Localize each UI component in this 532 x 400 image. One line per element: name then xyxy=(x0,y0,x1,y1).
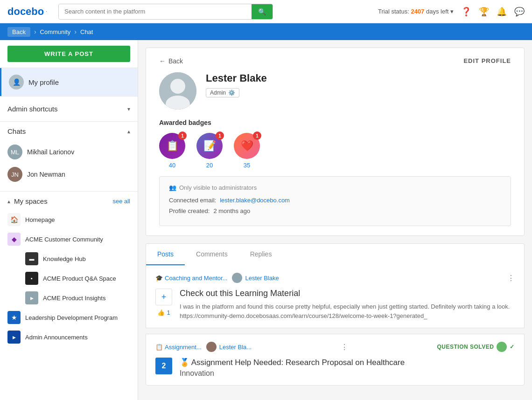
trial-days: 2407 xyxy=(411,8,424,15)
chevron-up-icon[interactable]: ▴ xyxy=(127,128,130,135)
content-area: ← Back EDIT PROFILE Lester Blake Admi xyxy=(138,40,532,400)
badge-notif-1: 1 xyxy=(216,131,224,140)
trophy-icon[interactable]: 🏆 xyxy=(479,7,489,17)
tab-posts[interactable]: Posts xyxy=(146,244,185,265)
breadcrumb-back-button[interactable]: Back xyxy=(7,27,30,37)
post-category-2[interactable]: 📋 Assignment... xyxy=(155,344,202,351)
profile-created-val: 2 months ago xyxy=(213,207,250,214)
space-item-homepage[interactable]: 🏠 Homepage xyxy=(7,210,130,229)
space-item-acme-insights[interactable]: ▸ ACME Product Insights xyxy=(7,288,130,308)
spaces-chevron-up-icon[interactable]: ▴ xyxy=(7,198,10,205)
badge-icon-wrap-2: ❤️ 1 xyxy=(234,133,260,159)
post-subtitle-2: Innovation xyxy=(180,369,405,378)
admin-shortcuts-item[interactable]: Admin shortcuts ▾ xyxy=(0,97,138,121)
my-spaces-section: ▴ My spaces see all 🏠 Homepage ◆ ACME Cu… xyxy=(0,192,138,352)
admin-only-icon: 👥 xyxy=(169,184,176,191)
check-icon: ✓ xyxy=(510,344,515,350)
space-icon-knowledge-hub: ▬ xyxy=(25,252,38,265)
post-title-2: 🏅 Assignment Help Needed: Research Propo… xyxy=(180,358,405,367)
space-icon-leadership: ★ xyxy=(7,311,21,324)
svg-point-1 xyxy=(170,79,185,94)
badge-notif-0: 1 xyxy=(178,131,187,140)
post-options-icon-1[interactable]: ⋮ xyxy=(507,274,515,283)
space-name-acme-customer: ACME Customer Community xyxy=(25,236,103,243)
space-name-leadership: Leadership Development Program xyxy=(25,314,118,321)
breadcrumb-community[interactable]: Community xyxy=(40,28,71,35)
breadcrumb-chat: Chat xyxy=(80,28,93,35)
space-item-leadership[interactable]: ★ Leadership Development Program xyxy=(7,308,130,327)
post-category-1[interactable]: 🎓 Coaching and Mentor... xyxy=(155,275,227,282)
trial-dropdown-icon[interactable]: ▾ xyxy=(450,8,454,15)
bell-icon[interactable]: 🔔 xyxy=(497,7,507,17)
thumb-up-icon: 👍 xyxy=(157,309,165,316)
profile-info: Lester Blake Admin ⚙️ xyxy=(159,72,511,110)
my-profile-label: My profile xyxy=(28,78,59,86)
my-profile-avatar: 👤 xyxy=(9,75,24,90)
badge-icon-wrap-1: 📝 1 xyxy=(196,133,223,159)
post-card-2: 📋 Assignment... Lester Bla... ⋮ QUESTION… xyxy=(146,334,525,386)
space-icon-homepage: 🏠 xyxy=(7,213,21,226)
gear-icon: ⚙️ xyxy=(228,90,235,96)
space-item-acme-qa[interactable]: ▪ ACME Product Q&A Space xyxy=(7,269,130,288)
post-like-1[interactable]: 👍 1 xyxy=(157,309,170,316)
vote-button-1[interactable]: + xyxy=(155,289,172,305)
profile-name: Lester Blake xyxy=(206,72,267,84)
nav-right: Trial status: 2407 days left ▾ ❓ 🏆 🔔 💬 xyxy=(378,7,525,17)
space-icon-acme-customer: ◆ xyxy=(7,233,21,246)
post-content-2: 🏅 Assignment Help Needed: Research Propo… xyxy=(180,358,405,378)
space-item-acme-customer[interactable]: ◆ ACME Customer Community xyxy=(7,229,130,249)
chat-avatar-jon: JN xyxy=(7,167,22,182)
post-card-1: 🎓 Coaching and Mentor... Lester Blake ⋮ … xyxy=(146,265,525,328)
search-input[interactable] xyxy=(59,4,252,19)
connected-email-key: Connected email: xyxy=(169,197,216,204)
chat-item-mikhail[interactable]: ML Mikhail Larionov xyxy=(7,141,130,163)
connected-email-val: lester.blake@docebo.com xyxy=(220,197,290,204)
badge-item-0: 📋 1 40 xyxy=(159,133,185,169)
post-author-avatar-2 xyxy=(206,342,217,352)
admin-badge: Admin ⚙️ xyxy=(206,88,239,97)
category-label-1: Coaching and Mentor... xyxy=(165,275,227,282)
badge-item-2: ❤️ 1 35 xyxy=(234,133,260,169)
search-button[interactable]: 🔍 xyxy=(252,4,273,19)
post-author-2[interactable]: Lester Bla... xyxy=(206,342,252,352)
my-profile-item[interactable]: 👤 My profile xyxy=(0,68,138,96)
space-icon-acme-qa: ▪ xyxy=(25,272,38,285)
chat-avatar-mikhail: ML xyxy=(7,145,22,159)
space-name-knowledge-hub: Knowledge Hub xyxy=(43,255,86,262)
spaces-label: My spaces xyxy=(14,197,48,205)
space-name-acme-insights: ACME Product Insights xyxy=(43,295,105,302)
admin-role-label: Admin xyxy=(210,90,226,96)
trial-suffix: days left xyxy=(426,8,448,15)
profile-card: ← Back EDIT PROFILE Lester Blake Admi xyxy=(146,48,525,236)
chat-item-jon[interactable]: JN Jon Newman xyxy=(7,163,130,186)
post-author-name-2: Lester Bla... xyxy=(219,344,252,351)
help-icon[interactable]: ❓ xyxy=(461,7,471,17)
chats-label: Chats xyxy=(7,127,26,135)
admin-only-label: 👥 Only visible to administrators xyxy=(169,184,501,191)
sidebar: WRITE A POST 👤 My profile Admin shortcut… xyxy=(0,40,138,400)
edit-profile-button[interactable]: EDIT PROFILE xyxy=(463,57,511,64)
tab-replies[interactable]: Replies xyxy=(239,244,283,265)
badge-notif-2: 1 xyxy=(253,131,261,140)
post-text-1: I was in the platform and found this cou… xyxy=(180,302,515,320)
post-author-avatar-1 xyxy=(232,273,242,283)
chat-icon[interactable]: 💬 xyxy=(514,7,525,17)
back-arrow-icon: ← xyxy=(159,57,166,65)
sidebar-chats-section: Chats ▴ ML Mikhail Larionov JN Jon Newma… xyxy=(0,122,138,192)
post-author-name-1: Lester Blake xyxy=(245,275,279,282)
search-bar[interactable]: 🔍 xyxy=(58,4,273,20)
category-label-2: Assignment... xyxy=(165,344,202,351)
post-author-1[interactable]: Lester Blake xyxy=(232,273,279,283)
tab-comments[interactable]: Comments xyxy=(185,244,239,265)
badges-section: Awarded badges 📋 1 40 📝 1 xyxy=(159,119,511,169)
back-link[interactable]: ← Back xyxy=(159,57,183,65)
see-all-link[interactable]: see all xyxy=(112,198,130,205)
post-vote-2: 2 xyxy=(155,358,172,378)
trial-label: Trial status: xyxy=(378,8,409,15)
space-item-knowledge-hub[interactable]: ▬ Knowledge Hub xyxy=(7,249,130,269)
vote-number-2: 2 xyxy=(155,358,172,374)
write-post-button[interactable]: WRITE A POST xyxy=(7,46,130,62)
post-options-icon-2[interactable]: ⋮ xyxy=(341,343,348,352)
back-label: Back xyxy=(168,57,183,65)
space-item-admin-announce[interactable]: ▸ Admin Announcements xyxy=(7,327,130,347)
